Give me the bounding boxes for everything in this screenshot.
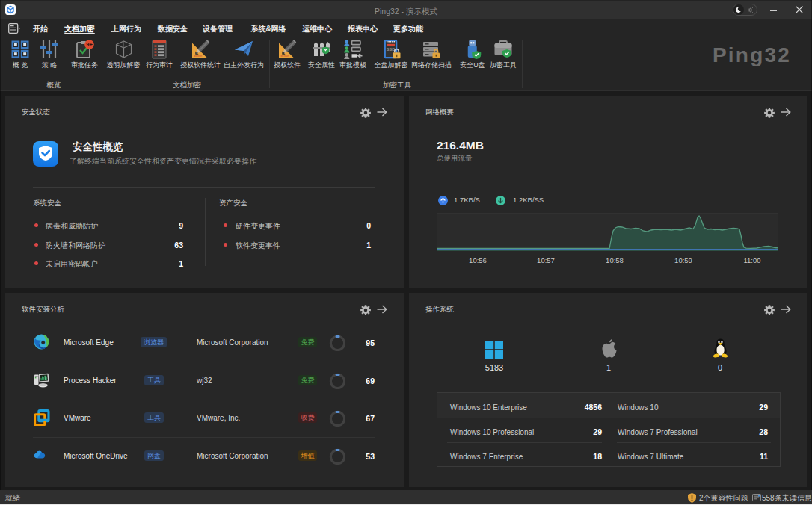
svg-text:SSD: SSD [386, 47, 394, 52]
svg-text:9+: 9+ [86, 41, 93, 48]
